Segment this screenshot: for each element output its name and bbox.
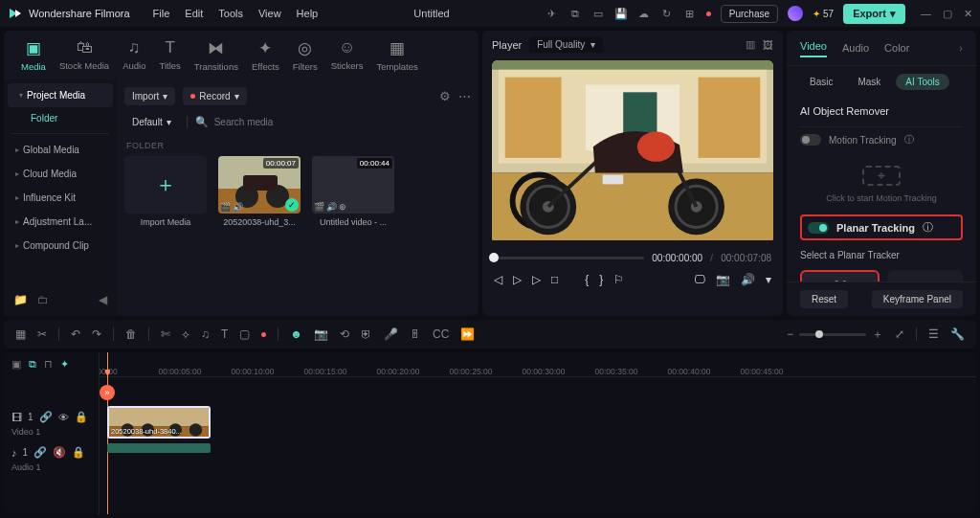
subtab-basic[interactable]: Basic <box>800 74 842 90</box>
help-icon[interactable]: ⓘ <box>923 220 933 235</box>
tab-filters[interactable]: ◎Filters <box>293 38 318 72</box>
compare-icon[interactable]: ▥ <box>746 38 755 51</box>
timeline-ruler[interactable]: 00:00 00:00:05:00 00:00:10:00 00:00:15:0… <box>100 352 976 377</box>
video-track-header[interactable]: 🎞1 🔗 👁 🔒 <box>4 407 99 427</box>
more-icon[interactable]: ⋯ <box>458 89 471 103</box>
subtab-mask[interactable]: Mask <box>848 74 890 90</box>
audio-track-header[interactable]: ♪1 🔗 🔇 🔒 <box>4 442 99 462</box>
expand-icon[interactable]: › <box>959 42 963 54</box>
trim-icon[interactable]: ⟡ <box>182 327 189 341</box>
ai-icon[interactable]: ☻ <box>290 327 302 341</box>
tab-titles[interactable]: TTitles <box>159 38 180 72</box>
crop-icon[interactable]: ✂ <box>37 327 47 341</box>
filter-icon[interactable]: ⚙ <box>439 89 451 103</box>
cloud-icon[interactable]: ☁ <box>637 7 651 20</box>
toggle-motion-tracking[interactable] <box>800 134 821 146</box>
menu-help[interactable]: Help <box>297 8 319 19</box>
monitor-icon[interactable]: ▭ <box>591 7 605 20</box>
record-button[interactable]: Record▾ <box>183 87 246 105</box>
timeline-clip[interactable]: 20520038-uhd-3840... <box>107 406 211 439</box>
link-icon[interactable]: ⧉ <box>29 358 36 371</box>
playhead-icon[interactable] <box>105 370 110 376</box>
search-field[interactable] <box>214 117 471 127</box>
toggle-planar-tracking[interactable] <box>808 222 829 234</box>
menu-file[interactable]: File <box>153 8 170 19</box>
music-icon[interactable]: ♫ <box>201 327 210 341</box>
lock-icon[interactable]: 🔒 <box>72 446 85 459</box>
sidebar-item-influence-kit[interactable]: ▸Influence Kit <box>4 186 117 210</box>
link-icon[interactable]: 🔗 <box>33 446 47 459</box>
new-bin-icon[interactable]: 🗀 <box>37 293 49 306</box>
undo-icon[interactable]: ↶ <box>71 327 80 341</box>
stop-icon[interactable]: □ <box>551 273 558 286</box>
redo-icon[interactable]: ↷ <box>92 327 101 341</box>
tab-media[interactable]: ▣Media <box>21 38 46 72</box>
camera-icon[interactable]: 📷 <box>314 327 328 341</box>
auto-icon[interactable]: ✦ <box>60 358 69 371</box>
tab-audio[interactable]: ♫Audio <box>122 38 145 72</box>
mic-icon[interactable]: 🎤 <box>384 327 398 341</box>
user-avatar[interactable] <box>788 6 803 21</box>
clip-thumbnail[interactable]: 00:00:07 🎬🔊 ✓ <box>218 156 301 214</box>
tab-stickers[interactable]: ☺Stickers <box>331 38 364 72</box>
menu-view[interactable]: View <box>258 8 281 19</box>
text-icon[interactable]: T <box>221 327 228 341</box>
marker-icon[interactable]: ⚐ <box>613 273 624 286</box>
prev-frame-icon[interactable]: ◁ <box>494 273 502 286</box>
tab-video[interactable]: Video <box>800 38 827 57</box>
magnet-icon[interactable]: ⊓ <box>44 358 53 371</box>
tab-transitions[interactable]: ⧓Transitions <box>194 38 238 72</box>
reset-button[interactable]: Reset <box>800 290 848 308</box>
import-button[interactable]: Import▾ <box>124 87 175 105</box>
zoom-in-icon[interactable]: ＋ <box>872 327 883 343</box>
export-button[interactable]: Export▾ <box>843 4 905 24</box>
window-close-icon[interactable]: ✕ <box>964 8 972 20</box>
speed-icon[interactable]: ⏩ <box>460 327 475 341</box>
preview-viewport[interactable] <box>492 60 773 244</box>
settings-icon[interactable]: 🔧 <box>950 327 965 341</box>
tab-templates[interactable]: ▦Templates <box>376 38 417 72</box>
lock-icon[interactable]: 🔒 <box>75 411 88 423</box>
motion-tracking-target[interactable]: ⌖ <box>862 166 901 186</box>
zoom-slider[interactable]: − ＋ <box>787 327 883 343</box>
row-planar-tracking[interactable]: Planar Tracking ⓘ <box>800 214 963 240</box>
save-icon[interactable]: 💾 <box>614 7 628 20</box>
purchase-button[interactable]: Purchase <box>721 5 778 23</box>
quality-dropdown[interactable]: Full Quality▾ <box>529 36 603 53</box>
new-folder-icon[interactable]: 📁 <box>13 293 28 306</box>
sidebar-item-folder[interactable]: Folder <box>4 107 117 129</box>
menu-edit[interactable]: Edit <box>185 8 203 19</box>
row-motion-tracking[interactable]: Motion Tracking ⓘ <box>800 126 963 152</box>
timeline-audio-clip[interactable] <box>107 443 211 453</box>
scrub-bar[interactable] <box>494 257 644 259</box>
zoom-knob-icon[interactable] <box>815 330 823 338</box>
tracker-advanced-button[interactable]: ◎Advanced <box>887 270 963 282</box>
grid-icon[interactable]: ▦ <box>15 327 26 341</box>
fit-icon[interactable]: ⤢ <box>895 327 904 341</box>
caption-icon[interactable]: CC <box>433 327 449 341</box>
keyframe-panel-button[interactable]: Keyframe Panel <box>872 290 963 308</box>
screen-icon[interactable]: ⧉ <box>568 7 582 20</box>
timeline-tracks[interactable]: 00:00 00:00:05:00 00:00:10:00 00:00:15:0… <box>100 352 976 514</box>
tab-stock-media[interactable]: 🛍Stock Media <box>59 38 109 72</box>
window-maximize-icon[interactable]: ▢ <box>943 8 952 20</box>
help-icon[interactable]: ⓘ <box>904 133 914 146</box>
delete-icon[interactable]: 🗑 <box>125 327 137 341</box>
volume-icon[interactable]: 🔊 <box>741 273 755 286</box>
mute-icon[interactable]: 🔇 <box>53 446 66 459</box>
snapshot-icon[interactable]: 📷 <box>716 273 730 286</box>
zoom-track[interactable] <box>799 333 866 336</box>
sidebar-item-project-media[interactable]: ▾Project Media <box>8 83 113 107</box>
loop-icon[interactable]: ⟲ <box>340 327 349 341</box>
points-badge[interactable]: ✦57 <box>813 9 834 19</box>
zoom-out-icon[interactable]: − <box>787 327 793 341</box>
mark-in-icon[interactable]: { <box>585 273 589 286</box>
history-icon[interactable]: ↻ <box>660 7 674 20</box>
tab-color[interactable]: Color <box>884 40 909 56</box>
clip-thumbnail[interactable]: 00:00:44 🎬🔊⊕ <box>312 156 394 214</box>
shield-icon[interactable]: ⛨ <box>361 327 372 341</box>
tab-audio[interactable]: Audio <box>842 40 869 56</box>
sidebar-item-global-media[interactable]: ▸Global Media <box>4 138 117 162</box>
display-icon[interactable]: 🖵 <box>694 273 705 286</box>
play-icon[interactable]: ▷ <box>513 273 522 286</box>
